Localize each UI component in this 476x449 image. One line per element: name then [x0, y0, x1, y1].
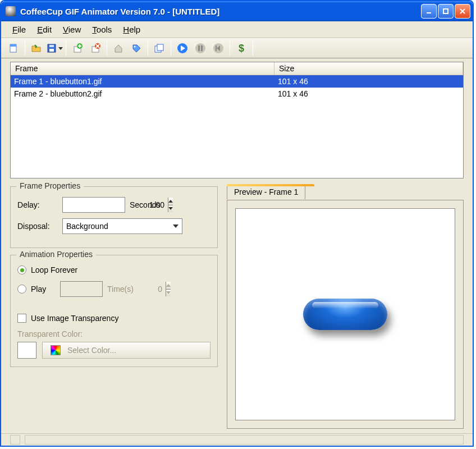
purchase-button[interactable]: $: [232, 40, 250, 57]
loop-forever-radio[interactable]: [17, 265, 26, 274]
delay-label: Delay:: [17, 200, 58, 209]
play-count-spinner: [60, 281, 103, 297]
app-icon: [6, 6, 16, 16]
frame-properties-title: Frame Properties: [16, 181, 84, 190]
frame-cell: Frame 1 - bluebutton1.gif: [11, 76, 274, 86]
close-button[interactable]: [455, 4, 470, 19]
size-cell: 101 x 46: [274, 89, 463, 99]
play-label: Play: [31, 285, 56, 294]
lower-panels: Frame Properties Delay: Seconds Disposal…: [1, 182, 473, 433]
size-cell: 101 x 46: [274, 76, 463, 86]
menu-tools[interactable]: Tools: [86, 22, 117, 36]
svg-point-17: [134, 46, 136, 48]
menu-help[interactable]: Help: [117, 22, 146, 36]
menu-file[interactable]: File: [7, 22, 31, 36]
table-row[interactable]: Frame 2 - bluebutton2.gif101 x 46: [11, 88, 463, 100]
svg-rect-23: [201, 45, 203, 51]
svg-rect-7: [49, 49, 54, 52]
svg-rect-8: [49, 45, 54, 47]
titlebar[interactable]: CoffeeCup GIF Animator Version 7.0 - [UN…: [1, 1, 473, 21]
maximize-button[interactable]: [438, 4, 454, 19]
column-header-frame[interactable]: Frame: [11, 62, 274, 75]
animation-properties-title: Animation Properties: [16, 250, 96, 259]
table-row[interactable]: Frame 1 - bluebutton1.gif101 x 46: [11, 75, 463, 88]
window-controls: [421, 4, 470, 19]
frame-cell: Frame 2 - bluebutton2.gif: [11, 89, 274, 99]
select-color-label: Select Color...: [67, 346, 116, 355]
preview-tab[interactable]: Preview - Frame 1: [227, 185, 305, 199]
svg-rect-22: [198, 45, 200, 51]
rewind-button[interactable]: [209, 40, 227, 57]
color-picker-icon: [51, 345, 61, 355]
toolbar: $: [1, 38, 473, 58]
frame-list: Frame Size Frame 1 - bluebutton1.gif101 …: [10, 62, 464, 178]
frames-button[interactable]: [150, 40, 168, 57]
new-file-button[interactable]: [4, 40, 22, 57]
preview-image: [303, 299, 387, 330]
frame-list-header: Frame Size: [11, 62, 463, 75]
remove-frame-button[interactable]: [86, 40, 104, 57]
delay-unit: Seconds: [130, 200, 160, 209]
svg-rect-1: [443, 9, 448, 13]
preview-panel: Preview - Frame 1: [227, 186, 464, 429]
chevron-down-icon: [173, 224, 178, 228]
pause-button[interactable]: [191, 40, 209, 57]
tab-accent: [227, 184, 314, 186]
minimize-button[interactable]: [421, 4, 437, 19]
frame-properties-group: Frame Properties Delay: Seconds Disposal…: [10, 186, 218, 248]
preview-box: [227, 200, 464, 429]
disposal-value: Background: [66, 222, 108, 231]
window-title: CoffeeCup GIF Animator Version 7.0 - [UN…: [20, 7, 421, 16]
disposal-label: Disposal:: [17, 222, 58, 231]
transparent-color-label: Transparent Color:: [17, 329, 210, 338]
add-frame-button[interactable]: [68, 40, 86, 57]
frame-list-body[interactable]: Frame 1 - bluebutton1.gif101 x 46Frame 2…: [11, 75, 463, 178]
svg-rect-25: [216, 45, 217, 51]
delay-down-button[interactable]: [168, 205, 173, 213]
menu-edit[interactable]: Edit: [31, 22, 57, 36]
transparency-label: Use Image Transparency: [31, 314, 118, 323]
home-button[interactable]: [109, 40, 127, 57]
menu-view[interactable]: View: [57, 22, 86, 36]
svg-rect-19: [157, 44, 163, 51]
delay-spinner[interactable]: [62, 197, 125, 213]
loop-forever-label: Loop Forever: [31, 265, 77, 274]
transparency-checkbox[interactable]: [17, 314, 26, 323]
save-button[interactable]: [45, 40, 63, 57]
application-window: CoffeeCup GIF Animator Version 7.0 - [UN…: [0, 0, 474, 447]
play-unit: Time(s): [107, 285, 134, 294]
svg-point-21: [195, 43, 205, 53]
select-color-button[interactable]: Select Color...: [42, 342, 210, 359]
properties-column: Frame Properties Delay: Seconds Disposal…: [10, 186, 218, 429]
menubar: File Edit View Tools Help: [1, 21, 473, 38]
tag-button[interactable]: [127, 40, 145, 57]
disposal-combo[interactable]: Background: [62, 218, 182, 234]
transparent-color-swatch[interactable]: [17, 342, 36, 359]
column-header-size[interactable]: Size: [274, 62, 463, 75]
delay-up-button[interactable]: [168, 198, 173, 205]
play-button[interactable]: [173, 40, 191, 57]
preview-canvas: [235, 208, 455, 420]
animation-properties-group: Animation Properties Loop Forever Play T…: [10, 255, 218, 367]
play-radio[interactable]: [17, 285, 26, 294]
open-folder-button[interactable]: [28, 40, 45, 57]
statusbar: [1, 433, 473, 446]
svg-rect-5: [10, 44, 16, 47]
